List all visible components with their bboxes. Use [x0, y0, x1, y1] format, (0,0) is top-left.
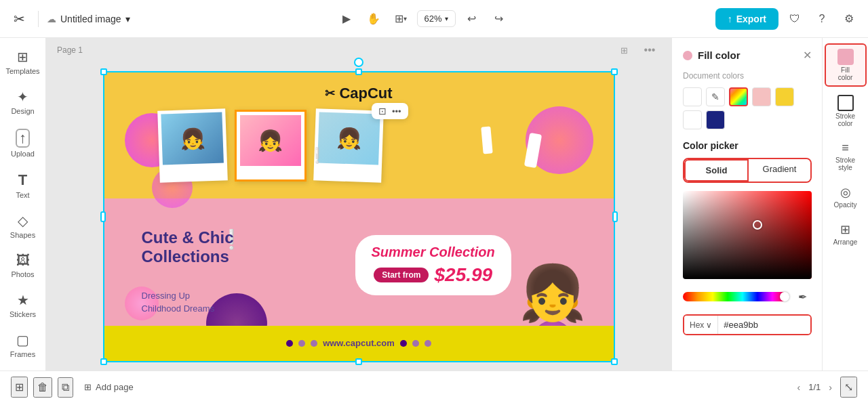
canvas-frame[interactable]: ✂ CapCut 👧 👧 [103, 71, 615, 362]
page-label: Page 1 [57, 45, 83, 55]
page-next-button[interactable]: › [826, 379, 835, 396]
fill-color-tab-swatch [837, 49, 854, 65]
shield-button[interactable]: 🛡 [784, 8, 806, 30]
color-picker-canvas[interactable] [683, 191, 812, 279]
photo-inner-3: 👧 [317, 112, 380, 165]
zoom-control[interactable]: 62% ▾ [417, 10, 456, 27]
export-button[interactable]: ↑ Export [715, 8, 778, 30]
left-sidebar: ⊞ Templates ✦ Design ↑ Upload T Text ◇ S… [0, 38, 46, 370]
frames-label: Frames [10, 350, 35, 358]
sidebar-item-shapes[interactable]: ◇ Shapes [3, 207, 43, 245]
photo-2-icon: 👧 [258, 129, 283, 152]
select-tool-button[interactable]: ▶ [336, 8, 357, 30]
tab-gradient[interactable]: Gradient [749, 159, 810, 182]
page-more-button[interactable]: ••• [639, 39, 660, 61]
design-icon: ✦ [17, 89, 28, 105]
swatch-gradient[interactable] [729, 87, 748, 106]
sidebar-item-photos[interactable]: 🖼 Photos [3, 247, 43, 284]
swatch-darkblue[interactable] [706, 110, 725, 129]
photo-card-1[interactable]: 👧 [157, 108, 228, 182]
stroke-style-icon: ≡ [842, 141, 849, 155]
dot-5 [412, 340, 419, 347]
document-title[interactable]: ☁ Untitled image ▾ [47, 14, 130, 24]
photos-icon: 🖼 [16, 253, 30, 268]
photo-card-2[interactable]: 👧 [235, 110, 307, 182]
cute-chic-line2: Collections [142, 247, 234, 267]
summer-collection-text: Summer Collection [372, 245, 495, 260]
price-value: $25.99 [434, 264, 492, 286]
price-box[interactable]: Summer Collection Start from $25.99 [355, 235, 511, 295]
right-panel-tabs: Fillcolor Strokecolor ≡ Strokestyle ◎ Op… [822, 38, 868, 370]
document-colors-row: ✎ [683, 87, 812, 129]
swatch-pink-light[interactable] [752, 87, 771, 106]
photo-inner-2: 👧 [240, 115, 301, 166]
site-url-text: www.capcut.com [323, 338, 395, 348]
tab-stroke-color[interactable]: Strokecolor [825, 89, 867, 133]
deco-rect-2 [481, 126, 492, 154]
photo-card-3[interactable]: 👧 [313, 108, 384, 182]
color-picker-tabs: Solid Gradient [683, 158, 812, 183]
fill-color-dot [683, 51, 692, 60]
hue-thumb[interactable] [780, 292, 789, 301]
dot-4 [400, 340, 407, 347]
page-prev-button[interactable]: ‹ [795, 379, 804, 396]
dressing-line2: Childhood Dreams [142, 302, 215, 316]
redo-button[interactable]: ↪ [488, 8, 510, 30]
sidebar-item-design[interactable]: ✦ Design [3, 83, 43, 121]
canvas-bottom-bar: www.capcut.com [104, 326, 614, 361]
hex-input-row[interactable]: Hex ∨ [683, 314, 812, 335]
hex-value-input[interactable] [718, 316, 812, 334]
start-from-label: Start from [374, 268, 429, 282]
sidebar-item-stickers[interactable]: ★ Stickers [3, 287, 43, 324]
add-page-button[interactable]: ⊞ Add page [79, 379, 139, 395]
hue-slider[interactable] [683, 292, 787, 301]
opacity-icon: ◎ [840, 185, 851, 200]
hex-label[interactable]: Hex ∨ [684, 316, 718, 334]
copy-button[interactable]: ⧉ [58, 377, 73, 398]
hand-tool-button[interactable]: ✋ [363, 8, 384, 30]
shapes-icon: ◇ [18, 213, 28, 229]
swatch-white-2[interactable] [683, 110, 702, 129]
tab-fill-color[interactable]: Fillcolor [825, 43, 867, 87]
sidebar-item-frames[interactable]: ▢ Frames [3, 326, 43, 364]
child-emoji: 👧 [519, 266, 587, 320]
photo-3-icon: 👧 [336, 126, 361, 150]
swatch-edit-pencil[interactable]: ✎ [706, 87, 725, 106]
templates-label: Templates [5, 67, 39, 75]
right-panel: Fill color ✕ Document colors ✎ Color pic… [671, 38, 868, 370]
help-button[interactable]: ? [811, 8, 833, 30]
dot-6 [425, 340, 431, 347]
add-page-icon: ⊞ [84, 382, 92, 392]
canvas-topbar: Page 1 ⊞ ••• [46, 38, 671, 62]
trash-button[interactable]: 🗑 [33, 377, 52, 398]
sidebar-item-upload[interactable]: ↑ Upload [3, 123, 43, 163]
settings-button[interactable]: ⚙ [838, 8, 860, 30]
capcut-logo-text: CapCut [339, 85, 392, 102]
tab-stroke-style[interactable]: ≡ Strokestyle [825, 135, 867, 177]
export-label: Export [736, 14, 766, 24]
upload-label: Upload [11, 150, 35, 158]
sidebar-item-templates[interactable]: ⊞ Templates [3, 43, 43, 81]
photos-label: Photos [11, 270, 34, 278]
app-logo[interactable]: ✂ [8, 8, 30, 30]
eyedropper-button[interactable]: ✒ [793, 287, 812, 306]
undo-button[interactable]: ↩ [461, 8, 483, 30]
element-more-icon[interactable]: ••• [392, 106, 401, 116]
child-figure: 👧 [512, 171, 593, 320]
canvas-content[interactable]: ✂ CapCut 👧 👧 [46, 62, 671, 370]
frames-icon: ▢ [16, 332, 29, 348]
layout-button[interactable]: ⊞ ▾ [390, 8, 412, 30]
design-label: Design [11, 107, 34, 115]
tab-opacity[interactable]: ◎ Opacity [825, 179, 867, 214]
tab-solid[interactable]: Solid [684, 159, 749, 182]
page-thumbnail-btn[interactable]: ⊞ [11, 377, 28, 398]
expand-button[interactable]: ⤡ [840, 377, 857, 398]
fill-color-close-button[interactable]: ✕ [803, 49, 812, 62]
swatch-yellow[interactable] [775, 87, 794, 106]
swatch-white[interactable] [683, 87, 702, 106]
capcut-logo-icon: ✂ [325, 86, 335, 101]
tab-arrange[interactable]: ⊞ Arrange [825, 217, 867, 251]
page-thumbnail-button[interactable]: ⊞ [613, 39, 635, 61]
sidebar-item-text[interactable]: T Text [3, 166, 43, 205]
eyedropper-icon: ✒ [798, 291, 807, 303]
